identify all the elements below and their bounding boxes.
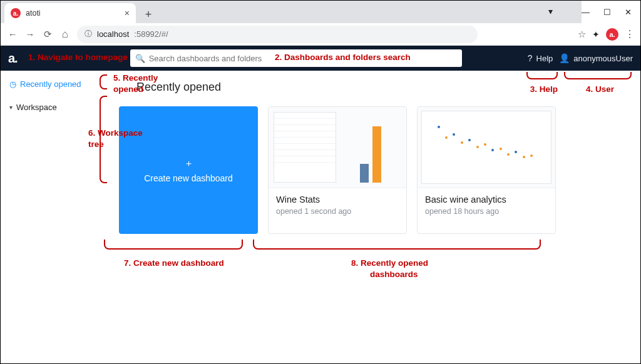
url-box[interactable]: ⓘ localhost:58992/#/: [77, 26, 478, 43]
user-icon: 👤: [559, 53, 570, 63]
dashboard-card-wine-stats[interactable]: Wine Stats opened 1 second ago: [268, 106, 407, 234]
annotation-1: 1. Navigate to homepage: [28, 53, 128, 62]
new-tab-button[interactable]: +: [140, 6, 157, 23]
nav-reload-icon[interactable]: ⟳: [42, 29, 53, 40]
app-header: a. 🔍 1. Navigate to homepage 2. Dashboar…: [1, 46, 640, 71]
dashboard-thumbnail: [269, 107, 406, 188]
chrome-top: a. atoti × + ▾ — ☐ ✕: [1, 1, 640, 23]
help-link[interactable]: ? Help: [528, 53, 553, 63]
search-wrap: 🔍: [130, 49, 462, 67]
bookmark-star-icon[interactable]: ☆: [578, 29, 586, 40]
tabs-dropdown-icon[interactable]: ▾: [548, 6, 553, 16]
nav-back-icon[interactable]: ←: [7, 29, 18, 39]
dashboard-title: Wine Stats: [276, 195, 399, 205]
sidebar-workspace-label: Workspace: [16, 103, 57, 112]
annotation-brace-8: [253, 240, 541, 250]
url-host: localhost: [97, 29, 129, 39]
app-logo[interactable]: a.: [8, 51, 18, 66]
sidebar-item-recently-opened[interactable]: ◷ Recently opened: [6, 77, 99, 91]
dashboard-title: Basic wine analytics: [425, 195, 548, 205]
nav-forward-icon[interactable]: →: [24, 29, 36, 39]
minimize-icon[interactable]: —: [582, 8, 590, 17]
help-icon: ?: [528, 53, 533, 63]
browser-tab-atoti[interactable]: a. atoti ×: [4, 3, 136, 23]
annotation-8a: 8. Recently opened: [351, 258, 428, 268]
site-info-icon[interactable]: ⓘ: [85, 29, 92, 39]
nav-home-icon[interactable]: ⌂: [59, 28, 71, 41]
url-path: :58992/#/: [134, 29, 168, 39]
main-content: Recently opened ＋ Create new dashboard: [104, 71, 640, 363]
app-body: ◷ Recently opened ▾ Workspace Recently o…: [1, 71, 640, 363]
dashboard-subtitle: opened 1 second ago: [276, 207, 399, 216]
dashboard-subtitle: opened 18 hours ago: [425, 207, 548, 216]
sidebar-item-workspace[interactable]: ▾ Workspace: [6, 100, 99, 114]
window-controls: — ☐ ✕: [582, 1, 640, 23]
tab-strip: a. atoti × + ▾: [1, 1, 640, 23]
browser-menu-icon[interactable]: ⋮: [625, 28, 634, 40]
annotation-7: 7. Create new dashboard: [124, 258, 224, 268]
cards-row: ＋ Create new dashboard: [119, 106, 625, 234]
tab-close-icon[interactable]: ×: [125, 8, 130, 18]
address-bar: ← → ⟳ ⌂ ⓘ localhost:58992/#/ ☆ ✦ a. ⋮: [1, 23, 640, 46]
annotation-brace-7: [104, 240, 243, 250]
clock-icon: ◷: [9, 79, 16, 89]
maximize-icon[interactable]: ☐: [603, 8, 611, 17]
thumbnail-scatter-icon: [421, 111, 551, 184]
tab-title: atoti: [26, 9, 41, 18]
tab-favicon-icon: a.: [11, 8, 21, 18]
thumbnail-table-icon: [274, 112, 336, 183]
dashboard-thumbnail: [418, 107, 555, 188]
help-label: Help: [536, 54, 553, 63]
create-dashboard-card[interactable]: ＋ Create new dashboard: [119, 106, 258, 234]
extension-atoti-icon[interactable]: a.: [606, 28, 618, 41]
user-menu[interactable]: 👤 anonymousUser: [559, 53, 633, 63]
create-dashboard-label: Create new dashboard: [144, 173, 233, 183]
close-window-icon[interactable]: ✕: [625, 8, 632, 17]
extensions-icon[interactable]: ✦: [592, 29, 600, 39]
user-label: anonymousUser: [573, 54, 633, 63]
sidebar-recent-label: Recently opened: [20, 79, 81, 89]
annotation-8b: dashboards: [370, 270, 418, 279]
plus-icon: ＋: [184, 158, 193, 169]
chevron-down-icon: ▾: [9, 104, 13, 111]
thumbnail-barchart-icon: [340, 112, 401, 183]
search-input[interactable]: [149, 54, 457, 63]
search-icon: 🔍: [135, 54, 145, 63]
dashboard-card-basic-wine-analytics[interactable]: Basic wine analytics opened 18 hours ago: [417, 106, 556, 234]
browser-window: a. atoti × + ▾ — ☐ ✕ ← → ⟳ ⌂ ⓘ localhost…: [0, 0, 641, 364]
page-title: Recently opened: [136, 81, 625, 94]
sidebar: ◷ Recently opened ▾ Workspace: [1, 71, 104, 363]
